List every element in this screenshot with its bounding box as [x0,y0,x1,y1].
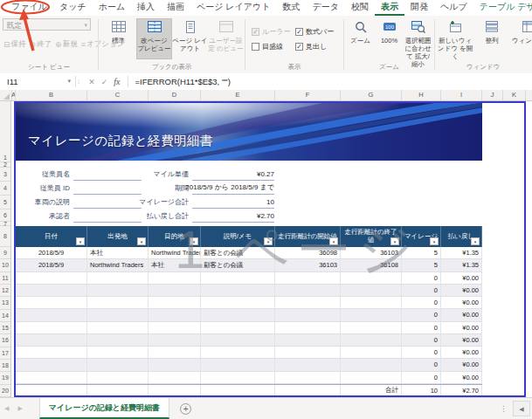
row-header-8[interactable]: 8 [0,226,10,247]
cell[interactable] [16,372,87,383]
cell[interactable]: 0 [402,347,441,358]
cell[interactable] [201,372,275,383]
cell[interactable] [201,297,275,308]
cell[interactable] [87,309,149,320]
cell[interactable] [275,285,341,296]
checkbox-ruler[interactable]: ✓ルーラー [252,24,295,39]
sheet-view-dropdown[interactable]: 既定 ▾ [3,18,91,31]
menu-tab-formulas[interactable]: 数式 [277,0,307,16]
ribbon-button-arrange-all[interactable]: 整列 [473,18,510,60]
row-header-18[interactable]: 18 [0,360,10,372]
cell[interactable] [16,334,87,346]
cell[interactable] [16,385,87,396]
cell[interactable]: ¥0.00 [441,309,482,320]
filter-button[interactable]: ▾ [137,237,146,245]
cell[interactable]: 顧客との会議 [201,259,275,271]
cell[interactable] [87,297,149,308]
row-header-1[interactable]: 1 [0,101,10,162]
cell[interactable]: 2018/5/9 [16,247,87,258]
cell[interactable] [341,359,402,370]
cell[interactable]: ¥1.35 [441,247,482,258]
cell[interactable] [275,309,341,320]
menu-tab-developer[interactable]: 開発 [404,0,434,16]
filter-button[interactable]: ▾ [329,237,338,245]
filter-button[interactable]: ▾ [76,237,85,245]
cell[interactable] [275,385,341,396]
column-header-K[interactable]: K [503,90,526,100]
cell[interactable] [149,372,201,383]
cell[interactable] [275,297,341,308]
column-header-D[interactable]: D [149,90,201,100]
prev-sheet-icon[interactable]: ◀ [0,405,13,412]
cell[interactable]: ¥0.00 [441,359,482,370]
ribbon-button-page-layout-view[interactable]: ページ レイアウト [172,18,208,59]
cell[interactable] [201,347,275,358]
cell[interactable]: ¥0.00 [441,347,482,358]
cell[interactable]: 0 [402,359,441,370]
cell[interactable] [87,347,149,358]
cell[interactable] [16,297,87,308]
filter-button[interactable]: ▾ [430,237,439,245]
row-header-16[interactable]: 16 [0,334,10,347]
cell[interactable]: 0 [402,272,441,284]
menu-tab-touch[interactable]: タッチ [53,0,93,16]
form-value-3[interactable]: 10 [192,196,274,209]
cell[interactable]: 5 [402,247,441,258]
cell[interactable]: 0 [402,322,441,333]
row-header-11[interactable]: 11 [0,272,10,285]
cell[interactable] [201,334,275,346]
enter-icon[interactable]: ✓ [101,78,108,86]
cell[interactable] [149,297,201,308]
cell[interactable] [87,372,149,383]
cell[interactable] [201,285,275,296]
column-header-H[interactable]: H [402,90,441,100]
menu-tab-view[interactable]: 表示 [375,0,404,16]
filter-button[interactable]: ▾ [471,237,480,245]
row-header-20[interactable]: 20 [0,385,10,397]
cell[interactable] [275,359,341,370]
column-header-F[interactable]: F [275,90,341,100]
cell[interactable] [341,285,402,296]
menu-tab-insert[interactable]: 挿入 [131,0,161,16]
cell[interactable] [149,347,201,358]
table-column-header[interactable]: 日付▾ [16,226,87,247]
row-header-5[interactable]: 5 [0,196,10,210]
cell[interactable]: ¥0.00 [441,322,482,333]
ribbon-button-keep[interactable]: ⊟保持 [2,38,28,51]
ribbon-button-new[interactable]: ⊕新規 [53,38,79,51]
cell[interactable] [16,359,87,370]
cell[interactable] [201,272,275,284]
menu-tab-help[interactable]: ヘルプ [434,0,473,16]
cell[interactable] [87,334,149,346]
menu-tab-table-design[interactable]: テーブル デザイン [473,0,532,16]
cell[interactable]: 36098 [275,247,341,258]
cell[interactable] [87,272,149,284]
menu-tab-review[interactable]: 校閲 [345,0,375,16]
table-column-header[interactable]: 出発地▾ [87,226,149,247]
ribbon-button-zoom-100[interactable]: 100100% [375,18,404,68]
cell[interactable] [201,359,275,370]
cell[interactable] [87,322,149,333]
cell[interactable] [275,272,341,284]
filter-button[interactable]: ▾ [264,237,273,245]
cell[interactable] [16,347,87,358]
cell[interactable]: 36108 [341,259,402,271]
cell[interactable]: 0 [402,297,441,308]
menu-tab-draw[interactable]: 描画 [161,0,190,16]
ribbon-button-page-break-preview[interactable]: 改ページ プレビュー [136,18,172,59]
table-column-header[interactable]: 払い戻し▾ [441,226,482,247]
row-header-4[interactable]: 4 [0,182,10,196]
menu-tab-file[interactable]: ファイル [5,0,53,16]
row-header-3[interactable]: 3 [0,168,10,182]
row-header-15[interactable]: 15 [0,322,10,334]
cell[interactable] [275,372,341,383]
cell[interactable] [201,309,275,320]
cell[interactable] [341,322,402,333]
cell[interactable] [149,322,201,333]
menu-tab-page-layout[interactable]: ページ レイアウト [190,0,276,16]
row-header-19[interactable]: 19 [0,372,10,384]
column-header-B[interactable]: B [16,90,87,100]
cell[interactable] [341,347,402,358]
formula-input[interactable]: =IFERROR(H11*$E$3, "") [128,77,231,86]
cell[interactable] [149,359,201,370]
